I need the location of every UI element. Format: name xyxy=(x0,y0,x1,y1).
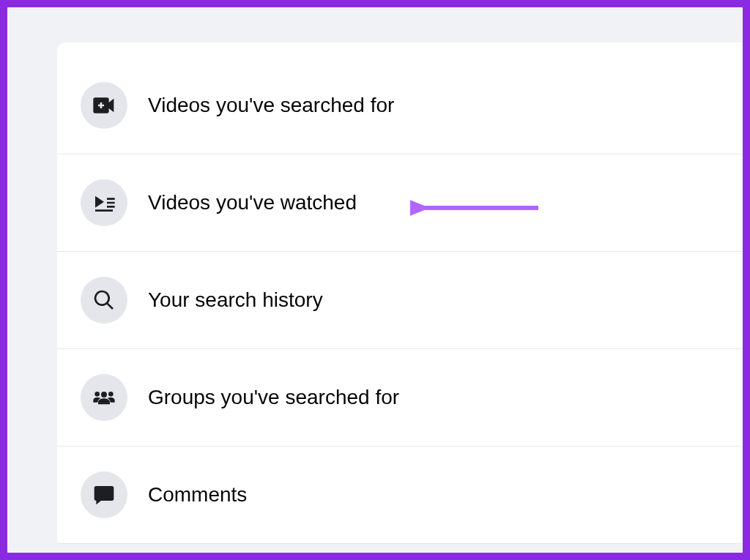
item-videos-watched[interactable]: Videos you've watched xyxy=(57,154,743,252)
item-search-history[interactable]: Your search history xyxy=(57,252,743,349)
app-frame: Videos you've searched for Videos you've… xyxy=(7,7,743,553)
video-list-icon xyxy=(81,179,127,226)
search-icon xyxy=(81,277,127,324)
item-label: Videos you've searched for xyxy=(148,94,394,117)
comment-icon xyxy=(81,471,127,518)
groups-icon xyxy=(81,374,127,421)
video-add-icon xyxy=(81,82,127,129)
item-label: Videos you've watched xyxy=(148,191,357,214)
item-label: Your search history xyxy=(148,288,323,312)
item-groups-searched[interactable]: Groups you've searched for xyxy=(57,349,743,447)
settings-card: Videos you've searched for Videos you've… xyxy=(57,42,743,544)
item-label: Groups you've searched for xyxy=(148,386,399,409)
item-comments[interactable]: Comments xyxy=(57,447,743,544)
item-videos-searched[interactable]: Videos you've searched for xyxy=(57,57,743,154)
item-label: Comments xyxy=(148,483,247,507)
